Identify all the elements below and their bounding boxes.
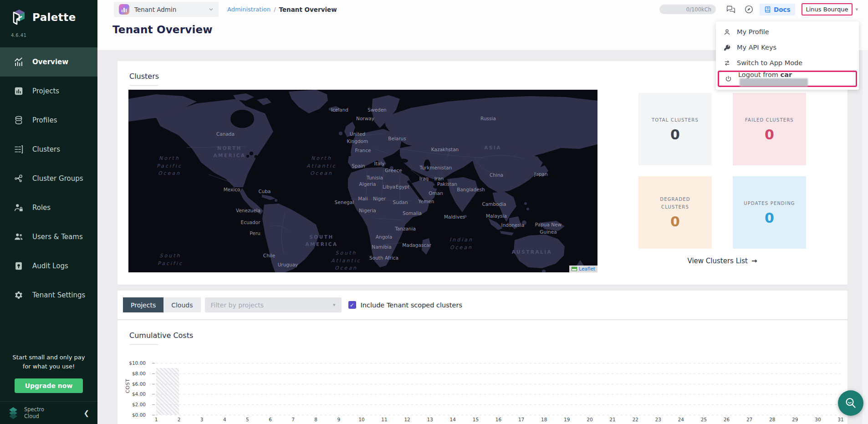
- scope-selector[interactable]: Tenant Admin: [114, 2, 219, 17]
- x-axis-tick: 30: [815, 417, 821, 422]
- chevron-down-icon: [209, 7, 214, 12]
- content: Clusters: [117, 61, 848, 424]
- chat-icon[interactable]: [725, 4, 737, 15]
- checkbox-label: Include Tenant scoped clusters: [361, 301, 462, 309]
- y-tick-mark: [152, 373, 155, 374]
- user-menu-button[interactable]: Linus Bourque: [802, 3, 853, 15]
- breadcrumb-administration-link[interactable]: Administration: [227, 6, 271, 13]
- sidebar-item-cluster-groups[interactable]: Cluster Groups: [0, 164, 97, 193]
- sidebar-nav: Overview Projects Profiles Clusters Clus…: [0, 47, 97, 310]
- clusters-card: Clusters: [117, 61, 848, 285]
- sidebar-item-label: Cluster Groups: [32, 174, 83, 183]
- filter-placeholder: Filter by projects: [211, 301, 264, 309]
- y-tick-mark: [152, 363, 155, 363]
- gridline: [156, 384, 841, 384]
- map-attribution[interactable]: Leaflet: [569, 266, 597, 272]
- stat-total-clusters[interactable]: TOTAL CLUSTERS 0: [638, 93, 712, 165]
- cluster-stats: TOTAL CLUSTERS 0 FAILED CLUSTERS 0 DEGRA…: [638, 93, 806, 249]
- palette-logo-icon: [11, 8, 27, 26]
- sidebar-item-label: Overview: [32, 58, 68, 66]
- stat-failed-clusters[interactable]: FAILED CLUSTERS 0: [733, 93, 806, 165]
- menu-item-my-api-keys[interactable]: My API Keys: [716, 40, 859, 55]
- sidebar-collapse-chevron-icon[interactable]: ❮: [83, 409, 89, 417]
- x-axis-tick: 9: [337, 417, 340, 422]
- sidebar-item-tenant-settings[interactable]: Tenant Settings: [0, 281, 97, 310]
- app-name: Palette: [32, 11, 76, 23]
- menu-item-my-profile[interactable]: My Profile: [716, 24, 859, 40]
- tab-clouds[interactable]: Clouds: [163, 297, 200, 312]
- checkbox-checked-icon[interactable]: ✓: [348, 301, 356, 309]
- x-axis-tick: 11: [381, 417, 387, 422]
- x-axis-tick: 28: [769, 417, 775, 422]
- gridline: [156, 394, 841, 394]
- clusters-icon: [14, 144, 24, 154]
- x-axis-tick: 2: [178, 417, 181, 422]
- gridline: [156, 415, 841, 415]
- include-tenant-scoped-checkbox-row[interactable]: ✓ Include Tenant scoped clusters: [348, 301, 462, 309]
- sidebar-item-label: Tenant Settings: [32, 291, 85, 299]
- gridline: [156, 404, 841, 405]
- audit-logs-icon: [14, 261, 24, 271]
- docs-label: Docs: [774, 6, 791, 13]
- cumulative-costs-chart: COST $0.00$2.00$4.00$6.00$8.00$10.001234…: [117, 320, 848, 424]
- chevron-down-icon: ▾: [333, 302, 336, 308]
- sidebar-item-audit-logs[interactable]: Audit Logs: [0, 251, 97, 281]
- user-dropdown-menu: My Profile My API Keys Switch to App Mod…: [716, 21, 859, 90]
- x-axis-tick: 6: [269, 417, 272, 422]
- spectro-cloud-brand: Spectro Cloud: [24, 406, 44, 420]
- x-axis-tick: 19: [564, 417, 570, 422]
- sidebar-item-projects[interactable]: Projects: [0, 77, 97, 106]
- x-axis-tick: 3: [200, 417, 204, 422]
- power-icon: [725, 75, 732, 83]
- sidebar-item-users-teams[interactable]: Users & Teams: [0, 222, 97, 251]
- y-tick-mark: [152, 384, 155, 384]
- filter-by-projects-select[interactable]: Filter by projects ▾: [205, 297, 342, 312]
- sidebar-item-clusters[interactable]: Clusters: [0, 135, 97, 164]
- user-chevron-down-icon[interactable]: ▾: [855, 6, 858, 12]
- stat-updates-pending[interactable]: UPDATES PENDING 0: [733, 176, 806, 249]
- x-axis-tick: 16: [495, 417, 501, 422]
- roles-icon: [14, 203, 24, 213]
- stat-degraded-clusters[interactable]: DEGRADED CLUSTERS 0: [638, 176, 712, 249]
- y-axis-tick: $10.00: [117, 360, 146, 366]
- sidebar-item-label: Profiles: [32, 116, 57, 124]
- x-axis-tick: 8: [314, 417, 317, 422]
- help-compass-icon[interactable]: [743, 4, 755, 15]
- arrow-right-icon: →: [751, 257, 757, 265]
- users-teams-icon: [14, 232, 24, 242]
- usage-counter: 0/100kCh: [659, 5, 716, 14]
- tab-projects[interactable]: Projects: [123, 297, 163, 312]
- no-data-hatch-placeholder: [156, 368, 179, 415]
- sidebar-item-label: Users & Teams: [32, 233, 83, 241]
- title-rule: [129, 85, 158, 86]
- redacted-account-name: [740, 78, 808, 87]
- x-axis-tick: 12: [404, 417, 410, 422]
- menu-item-logout[interactable]: Logout from car: [718, 71, 857, 87]
- x-axis-tick: 24: [678, 417, 684, 422]
- view-clusters-list-link[interactable]: View Clusters List→: [638, 257, 806, 265]
- user-icon: [723, 28, 731, 36]
- gridline: [156, 373, 841, 374]
- sidebar-item-profiles[interactable]: Profiles: [0, 106, 97, 135]
- book-icon: [764, 6, 771, 13]
- clusters-world-map[interactable]: Leaflet IcelandSwedenNorwayRussiaCanadaU…: [128, 90, 597, 272]
- scrollbar-track[interactable]: [863, 50, 868, 424]
- menu-item-switch-app-mode[interactable]: Switch to App Mode: [716, 55, 859, 71]
- sidebar-item-overview[interactable]: Overview: [0, 47, 97, 77]
- support-search-fab[interactable]: [838, 390, 863, 416]
- x-axis-tick: 20: [587, 417, 592, 422]
- app-logo[interactable]: Palette: [0, 0, 97, 26]
- page-title: Tenant Overview: [112, 24, 213, 36]
- y-tick-mark: [152, 404, 155, 405]
- docs-button[interactable]: Docs: [760, 4, 795, 15]
- cumulative-costs-card: Cumulative Costs COST $0.00$2.00$4.00$6.…: [117, 320, 848, 424]
- gridline: [156, 363, 841, 363]
- x-axis-tick: 26: [724, 417, 730, 422]
- upgrade-now-button[interactable]: Upgrade now: [15, 378, 83, 393]
- x-axis-tick: 13: [427, 417, 433, 422]
- breadcrumb-current: Tenant Overview: [279, 6, 337, 13]
- sidebar-item-roles[interactable]: Roles: [0, 193, 97, 222]
- y-axis-tick: $2.00: [117, 402, 146, 407]
- x-axis-tick: 15: [473, 417, 479, 422]
- sidebar-footer: Spectro Cloud ❮: [0, 401, 97, 424]
